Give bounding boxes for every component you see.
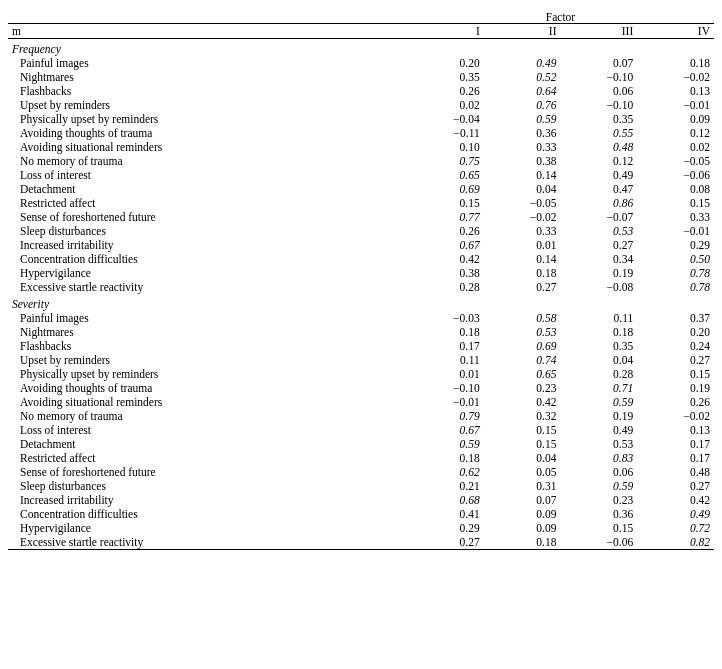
cell-II: 0.49 [484,56,561,70]
cell-III: 0.47 [560,182,637,196]
cell-III: 0.19 [560,409,637,423]
cell-II: 0.27 [484,280,561,294]
table-row: Sleep disturbances0.210.310.590.27 [8,479,714,493]
cell-IV: 0.18 [637,56,714,70]
cell-II: −0.05 [484,196,561,210]
cell-item: Concentration difficulties [8,507,407,521]
cell-II: 0.58 [484,311,561,325]
cell-item: Restricted affect [8,451,407,465]
cell-item: Hypervigilance [8,521,407,535]
cell-I: 0.68 [407,493,484,507]
cell-I: 0.01 [407,367,484,381]
cell-III: −0.10 [560,70,637,84]
cell-III: 0.49 [560,423,637,437]
cell-II: 0.23 [484,381,561,395]
cell-III: 0.35 [560,339,637,353]
cell-III: 0.49 [560,168,637,182]
cell-III: 0.12 [560,154,637,168]
table-row: Sleep disturbances0.260.330.53−0.01 [8,224,714,238]
cell-item: Painful images [8,311,407,325]
cell-IV: 0.08 [637,182,714,196]
cell-item: Increased irritability [8,493,407,507]
cell-item: Flashbacks [8,339,407,353]
cell-item: Nightmares [8,70,407,84]
cell-III: 0.11 [560,311,637,325]
cell-II: 0.05 [484,465,561,479]
cell-II: 0.14 [484,252,561,266]
cell-I: 0.77 [407,210,484,224]
cell-IV: 0.27 [637,479,714,493]
cell-II: 0.15 [484,437,561,451]
item-col-spacer [8,10,407,24]
cell-III: 0.83 [560,451,637,465]
cell-IV: 0.78 [637,280,714,294]
table-row: Flashbacks0.260.640.060.13 [8,84,714,98]
cell-item: Excessive startle reactivity [8,535,407,550]
cell-III: 0.23 [560,493,637,507]
cell-III: 0.06 [560,465,637,479]
cell-IV: 0.82 [637,535,714,550]
table-row: No memory of trauma0.750.380.12−0.05 [8,154,714,168]
cell-I: 0.11 [407,353,484,367]
cell-I: 0.62 [407,465,484,479]
cell-item: Hypervigilance [8,266,407,280]
table-row: Increased irritability0.670.010.270.29 [8,238,714,252]
cell-I: 0.10 [407,140,484,154]
cell-IV: 0.26 [637,395,714,409]
factor-table: Factor m I II III IV Frequency Painful i… [8,10,714,550]
cell-IV: 0.33 [637,210,714,224]
cell-III: −0.07 [560,210,637,224]
cell-item: Avoiding situational reminders [8,140,407,154]
table-row: Flashbacks0.170.690.350.24 [8,339,714,353]
cell-I: 0.67 [407,423,484,437]
cell-IV: 0.15 [637,367,714,381]
cell-IV: −0.02 [637,70,714,84]
table-row: Concentration difficulties0.410.090.360.… [8,507,714,521]
cell-II: 0.04 [484,182,561,196]
cell-item: Detachment [8,182,407,196]
cell-III: 0.34 [560,252,637,266]
table-row: Avoiding situational reminders−0.010.420… [8,395,714,409]
cell-IV: 0.17 [637,451,714,465]
cell-item: Sleep disturbances [8,224,407,238]
table-row: Sense of foreshortened future0.620.050.0… [8,465,714,479]
cell-III: 0.28 [560,367,637,381]
cell-II: 0.15 [484,423,561,437]
cell-II: −0.02 [484,210,561,224]
cell-item: Excessive startle reactivity [8,280,407,294]
table-row: No memory of trauma0.790.320.19−0.02 [8,409,714,423]
table-row: Excessive startle reactivity0.280.27−0.0… [8,280,714,294]
cell-item: Upset by reminders [8,98,407,112]
cell-item: Sense of foreshortened future [8,465,407,479]
cell-II: 0.38 [484,154,561,168]
section-header-1: Severity [8,294,714,311]
cell-item: Avoiding thoughts of trauma [8,381,407,395]
cell-II: 0.52 [484,70,561,84]
cell-I: 0.17 [407,339,484,353]
table-row: Restricted affect0.180.040.830.17 [8,451,714,465]
table-row: Loss of interest0.670.150.490.13 [8,423,714,437]
col-header-item: m [8,24,407,39]
cell-IV: −0.01 [637,224,714,238]
table-row: Painful images0.200.490.070.18 [8,56,714,70]
cell-I: 0.79 [407,409,484,423]
cell-III: 0.06 [560,84,637,98]
cell-IV: 0.20 [637,325,714,339]
cell-II: 0.53 [484,325,561,339]
cell-I: −0.01 [407,395,484,409]
cell-item: Sense of foreshortened future [8,210,407,224]
cell-II: 0.36 [484,126,561,140]
cell-III: 0.48 [560,140,637,154]
table-row: Nightmares0.180.530.180.20 [8,325,714,339]
table-row: Excessive startle reactivity0.270.18−0.0… [8,535,714,550]
cell-item: Restricted affect [8,196,407,210]
cell-III: 0.27 [560,238,637,252]
cell-II: 0.33 [484,224,561,238]
table-row: Detachment0.690.040.470.08 [8,182,714,196]
cell-II: 0.31 [484,479,561,493]
table-row: Detachment0.590.150.530.17 [8,437,714,451]
cell-IV: −0.05 [637,154,714,168]
cell-II: 0.18 [484,535,561,550]
cell-IV: 0.17 [637,437,714,451]
col-header-I: I [407,24,484,39]
